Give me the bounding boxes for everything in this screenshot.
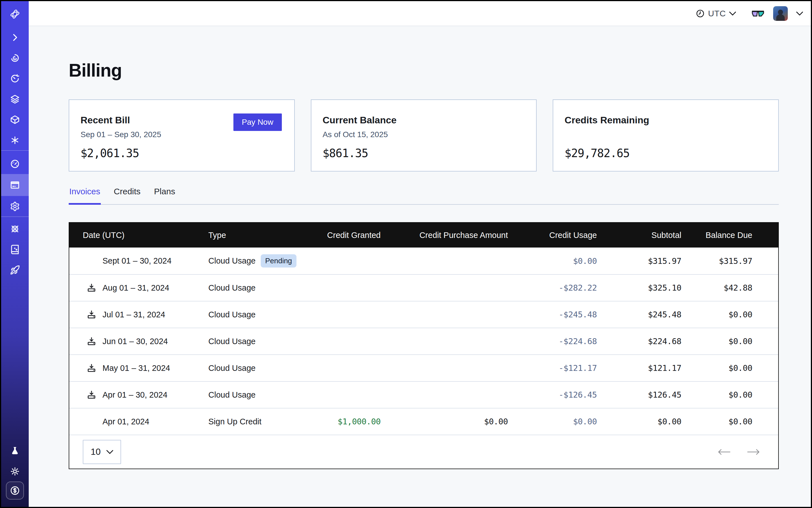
table-row: Apr 01 – 30, 2024Cloud Usage-$126.45$126… bbox=[69, 381, 778, 408]
box-icon[interactable] bbox=[1, 109, 29, 130]
card-subtitle: As of Oct 15, 2025 bbox=[323, 130, 525, 139]
invoice-date: Sept 01 – 30, 2024 bbox=[102, 256, 171, 265]
invoice-date-cell: May 01 – 31, 2024 bbox=[83, 363, 208, 373]
download-invoice-icon[interactable] bbox=[87, 283, 96, 293]
download-icon-placeholder bbox=[87, 417, 96, 426]
page-title: Billing bbox=[69, 60, 779, 81]
invoice-date-cell: Jul 01 – 31, 2024 bbox=[83, 310, 208, 319]
col-credit-usage: Credit Usage bbox=[508, 230, 597, 240]
col-type: Type bbox=[208, 230, 324, 240]
table-row: Sept 01 – 30, 2024Cloud UsagePending$0.0… bbox=[69, 248, 778, 274]
card-title: Current Balance bbox=[323, 115, 525, 126]
invoice-date-cell: Aug 01 – 31, 2024 bbox=[83, 283, 208, 293]
credit-usage-value: -$121.17 bbox=[508, 363, 597, 373]
invoice-type-cell: Cloud Usage bbox=[208, 337, 324, 346]
chevron-down-icon bbox=[729, 11, 736, 15]
invoice-date: May 01 – 31, 2024 bbox=[102, 364, 170, 373]
chevron-right-icon[interactable] bbox=[1, 27, 29, 48]
credit-granted-value: $1,000.00 bbox=[324, 417, 381, 426]
credits-remaining-card: Credits Remaining $29,782.65 bbox=[553, 99, 779, 171]
asterisk-icon[interactable] bbox=[1, 130, 29, 151]
invoice-date: Aug 01 – 31, 2024 bbox=[102, 283, 169, 293]
invoice-type-cell: Cloud Usage bbox=[208, 283, 324, 293]
goggles-icon[interactable] bbox=[751, 9, 765, 18]
invoice-date-cell: Sept 01 – 30, 2024 bbox=[83, 256, 208, 266]
subtotal-value: $126.45 bbox=[597, 390, 681, 399]
status-badge: Pending bbox=[261, 254, 296, 267]
credits-remaining-amount: $29,782.65 bbox=[564, 147, 630, 160]
rocket-icon[interactable] bbox=[1, 260, 29, 280]
download-invoice-icon[interactable] bbox=[87, 310, 96, 319]
subtotal-value: $121.17 bbox=[597, 363, 681, 373]
billing-card-icon[interactable] bbox=[1, 174, 29, 196]
invoice-date: Apr 01, 2024 bbox=[102, 417, 149, 426]
timezone-select[interactable]: UTC bbox=[696, 9, 736, 18]
card-subtitle: Sep 01 – Sep 30, 2025 bbox=[81, 130, 283, 139]
table-row: May 01 – 31, 2024Cloud Usage-$121.17$121… bbox=[69, 354, 778, 381]
table-row: Jul 01 – 31, 2024Cloud Usage-$245.48$245… bbox=[69, 301, 778, 328]
col-credit-purchase: Credit Purchase Amount bbox=[381, 230, 508, 240]
invoice-date-cell: Apr 01, 2024 bbox=[83, 417, 208, 426]
table-header: Date (UTC) Type Credit Granted Credit Pu… bbox=[69, 223, 778, 248]
scan-eye-icon[interactable] bbox=[1, 48, 29, 68]
invoice-type: Cloud Usage bbox=[208, 364, 256, 373]
page-size-value: 10 bbox=[91, 447, 101, 457]
wheel-icon[interactable] bbox=[1, 218, 29, 239]
invoice-type-cell: Cloud Usage bbox=[208, 364, 324, 373]
prev-page-button[interactable] bbox=[717, 448, 731, 456]
download-invoice-icon[interactable] bbox=[87, 337, 96, 346]
invoice-date: Jun 01 – 30, 2024 bbox=[102, 337, 168, 346]
invoice-date-cell: Jun 01 – 30, 2024 bbox=[83, 337, 208, 346]
invoice-date: Jul 01 – 31, 2024 bbox=[102, 310, 165, 319]
sidebar bbox=[1, 1, 29, 507]
timezone-label: UTC bbox=[708, 9, 726, 18]
table-row: Apr 01, 2024Sign Up Credit$1,000.00$0.00… bbox=[69, 408, 778, 435]
main-content: Billing Recent Bill Sep 01 – Sep 30, 202… bbox=[29, 26, 811, 507]
gauge-icon[interactable] bbox=[1, 154, 29, 174]
invoices-table: Date (UTC) Type Credit Granted Credit Pu… bbox=[69, 222, 779, 469]
credit-usage-value: -$282.22 bbox=[508, 283, 597, 293]
subtotal-value: $325.10 bbox=[597, 283, 681, 293]
invoice-type-cell: Cloud Usage bbox=[208, 390, 324, 399]
avatar[interactable] bbox=[773, 6, 788, 21]
next-page-button[interactable] bbox=[747, 448, 760, 456]
download-invoice-icon[interactable] bbox=[87, 363, 96, 373]
col-date: Date (UTC) bbox=[83, 230, 208, 240]
recent-bill-amount: $2,061.35 bbox=[81, 147, 139, 160]
invoice-type: Cloud Usage bbox=[208, 256, 256, 265]
page-size-select[interactable]: 10 bbox=[83, 440, 121, 464]
table-row: Jun 01 – 30, 2024Cloud Usage-$224.68$224… bbox=[69, 328, 778, 354]
layers-icon[interactable] bbox=[1, 89, 29, 109]
card-title: Credits Remaining bbox=[564, 115, 767, 126]
dollar-badge-icon[interactable] bbox=[6, 481, 24, 500]
subtotal-value: $224.68 bbox=[597, 337, 681, 346]
pay-now-button[interactable]: Pay Now bbox=[233, 114, 282, 131]
tab-plans[interactable]: Plans bbox=[154, 187, 176, 205]
gear-icon[interactable] bbox=[1, 196, 29, 217]
sun-icon[interactable] bbox=[1, 461, 29, 481]
invoice-type: Cloud Usage bbox=[208, 310, 256, 319]
invoice-type: Cloud Usage bbox=[208, 390, 256, 399]
col-subtotal: Subtotal bbox=[597, 230, 681, 240]
tab-credits[interactable]: Credits bbox=[113, 187, 141, 205]
flask-icon[interactable] bbox=[1, 440, 29, 461]
current-balance-card: Current Balance As of Oct 15, 2025 $861.… bbox=[311, 99, 537, 171]
orbit-logo-icon[interactable] bbox=[1, 1, 29, 27]
table-pagination: 10 bbox=[69, 435, 778, 469]
invoice-type-cell: Cloud Usage bbox=[208, 310, 324, 319]
tab-invoices[interactable]: Invoices bbox=[69, 187, 101, 205]
billing-page: UTC Billing Recent Bill Sep 01 – Sep 30,… bbox=[0, 0, 812, 508]
book-sparkle-icon[interactable] bbox=[1, 239, 29, 260]
download-invoice-icon[interactable] bbox=[87, 390, 96, 399]
billing-tabs: Invoices Credits Plans bbox=[69, 187, 779, 205]
invoice-type: Sign Up Credit bbox=[208, 417, 262, 426]
invoice-date: Apr 01 – 30, 2024 bbox=[102, 390, 168, 399]
chevron-down-icon[interactable] bbox=[796, 11, 803, 15]
table-row: Aug 01 – 31, 2024Cloud Usage-$282.22$325… bbox=[69, 274, 778, 301]
credit-usage-value: $0.00 bbox=[508, 256, 597, 266]
current-balance-amount: $861.35 bbox=[323, 147, 368, 160]
credit-purchase-value: $0.00 bbox=[381, 417, 508, 426]
timer-icon[interactable] bbox=[1, 68, 29, 89]
invoice-date-cell: Apr 01 – 30, 2024 bbox=[83, 390, 208, 399]
summary-cards: Recent Bill Sep 01 – Sep 30, 2025 $2,061… bbox=[69, 99, 779, 171]
